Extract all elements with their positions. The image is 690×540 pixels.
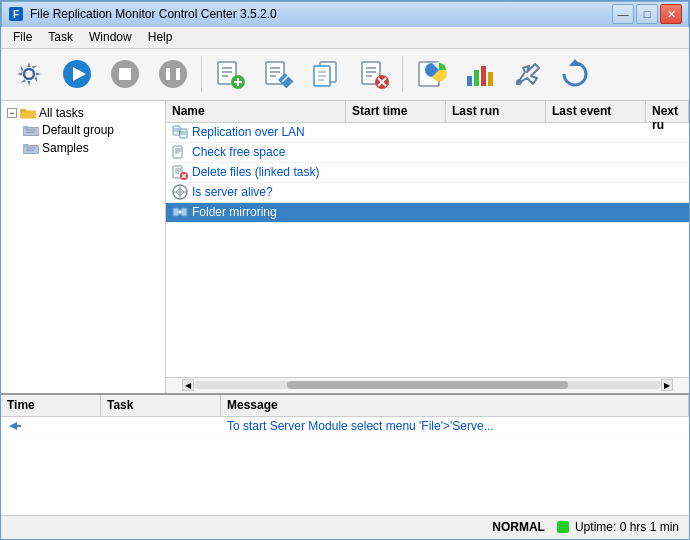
menu-file[interactable]: File <box>5 28 40 46</box>
task-name-cell: Delete files (linked task) <box>166 162 346 182</box>
log-task-cell <box>101 424 221 428</box>
log-message-link[interactable]: To start Server Module select menu 'File… <box>227 419 494 433</box>
task-last-run-cell <box>446 150 546 154</box>
pause-button[interactable] <box>151 52 195 96</box>
tree-root-all-tasks[interactable]: − All tasks <box>5 105 161 121</box>
chart-button[interactable] <box>457 52 501 96</box>
table-row[interactable]: Replication over LAN <box>166 123 689 143</box>
task-next-run-cell <box>646 130 689 134</box>
task-name-link[interactable]: Is server alive? <box>192 185 273 199</box>
svg-rect-9 <box>166 68 170 80</box>
tree-root-label: All tasks <box>39 106 84 120</box>
tree-panel: − All tasks Default group <box>1 101 166 393</box>
svg-marker-80 <box>9 422 17 430</box>
title-bar: F File Replication Monitor Control Cente… <box>1 1 689 27</box>
scrollbar-thumb[interactable] <box>287 381 567 389</box>
settings-button[interactable] <box>7 52 51 96</box>
task-last-event-cell <box>546 130 646 134</box>
table-row[interactable]: Is server alive? <box>166 183 689 203</box>
folder-icon <box>23 142 39 154</box>
svg-rect-61 <box>173 146 182 158</box>
server-alive-icon <box>172 184 188 200</box>
copy-task-button[interactable] <box>304 52 348 96</box>
task-name-cell: Folder mirroring <box>166 202 346 222</box>
scrollbar-track[interactable] <box>194 381 661 389</box>
folder-mirroring-icon <box>172 204 188 220</box>
horizontal-scrollbar[interactable]: ◀ ▶ <box>166 377 689 393</box>
task-name-link[interactable]: Delete files (linked task) <box>192 165 319 179</box>
menu-task[interactable]: Task <box>40 28 81 46</box>
task-last-event-cell <box>546 190 646 194</box>
svg-rect-7 <box>119 68 131 80</box>
task-name-cell: Is server alive? <box>166 182 346 202</box>
tree-expand-icon[interactable]: − <box>7 108 17 118</box>
log-time-cell <box>1 417 101 437</box>
col-header-last-event: Last event <box>546 101 646 122</box>
table-row[interactable]: Check free space <box>166 143 689 163</box>
tree-item-samples[interactable]: Samples <box>5 139 161 157</box>
tools-button[interactable] <box>505 52 549 96</box>
replication-icon <box>172 124 188 140</box>
folder-icon <box>20 107 36 119</box>
uptime-indicator <box>557 521 569 533</box>
folder-icon <box>23 124 39 136</box>
main-content: − All tasks Default group <box>1 101 689 539</box>
col-header-name: Name <box>166 101 346 122</box>
task-next-run-cell <box>646 170 689 174</box>
task-last-run-cell <box>446 170 546 174</box>
task-last-event-cell <box>546 150 646 154</box>
svg-point-42 <box>516 79 522 85</box>
tree-item-default-group[interactable]: Default group <box>5 121 161 139</box>
close-button[interactable]: ✕ <box>660 4 682 24</box>
task-start-time-cell <box>346 130 446 134</box>
scroll-left-btn[interactable]: ◀ <box>182 379 194 391</box>
task-start-time-cell <box>346 150 446 154</box>
task-start-time-cell <box>346 190 446 194</box>
svg-rect-40 <box>481 66 486 86</box>
window-title: File Replication Monitor Control Center … <box>30 7 612 21</box>
svg-text:F: F <box>13 9 19 20</box>
maximize-button[interactable]: □ <box>636 4 658 24</box>
menu-window[interactable]: Window <box>81 28 140 46</box>
task-name-link[interactable]: Folder mirroring <box>192 205 277 219</box>
table-row[interactable]: Folder mirroring <box>166 203 689 223</box>
log-header: Time Task Message <box>1 395 689 417</box>
log-arrow-icon <box>7 418 23 434</box>
content-split: − All tasks Default group <box>1 101 689 395</box>
separator-1 <box>201 56 202 92</box>
new-task-button[interactable] <box>208 52 252 96</box>
list-item: To start Server Module select menu 'File… <box>1 417 689 437</box>
task-name-cell: Check free space <box>166 142 346 162</box>
scroll-right-btn[interactable]: ▶ <box>661 379 673 391</box>
task-name-link[interactable]: Replication over LAN <box>192 125 305 139</box>
menu-help[interactable]: Help <box>140 28 181 46</box>
svg-rect-41 <box>488 72 493 86</box>
col-header-last-run: Last run <box>446 101 546 122</box>
delete-task-button[interactable] <box>352 52 396 96</box>
tree-item-samples-label: Samples <box>42 141 89 155</box>
svg-rect-45 <box>20 109 26 112</box>
svg-point-8 <box>159 60 187 88</box>
task-last-run-cell <box>446 190 546 194</box>
check-free-space-icon <box>172 144 188 160</box>
log-col-time: Time <box>1 395 101 416</box>
edit-task-button[interactable] <box>256 52 300 96</box>
task-start-time-cell <box>346 170 446 174</box>
run-button[interactable] <box>55 52 99 96</box>
status-normal-text: NORMAL <box>492 520 545 534</box>
refresh-button[interactable] <box>553 52 597 96</box>
tree-item-default-group-label: Default group <box>42 123 114 137</box>
tasks-header: Name Start time Last run Last event Next… <box>166 101 689 123</box>
svg-rect-10 <box>176 68 180 80</box>
svg-rect-39 <box>474 70 479 86</box>
report-button[interactable] <box>409 52 453 96</box>
table-row[interactable]: Delete files (linked task) <box>166 163 689 183</box>
svg-point-3 <box>24 69 34 79</box>
stop-button[interactable] <box>103 52 147 96</box>
log-message-cell: To start Server Module select menu 'File… <box>221 417 689 435</box>
minimize-button[interactable]: — <box>612 4 634 24</box>
log-col-task: Task <box>101 395 221 416</box>
task-next-run-cell <box>646 150 689 154</box>
task-last-event-cell <box>546 170 646 174</box>
task-name-link[interactable]: Check free space <box>192 145 285 159</box>
